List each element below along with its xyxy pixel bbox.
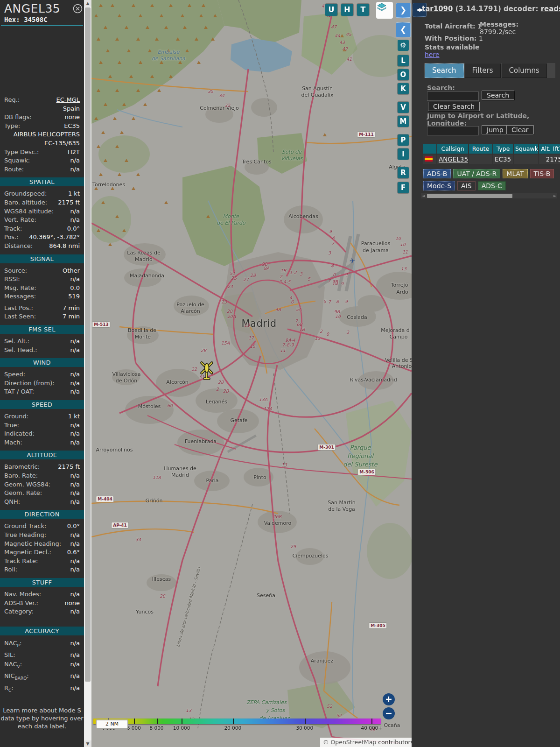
road-shield: M-305 [369,622,387,629]
exit-number-label: 5 [323,299,326,304]
map-button-m[interactable]: M [398,116,409,127]
exit-number-label: 2 [216,387,219,392]
column-header-Callsign[interactable]: Callsign [437,144,468,154]
jump-input[interactable] [427,126,479,135]
exit-number-label: 17A [264,406,273,411]
map-button-u[interactable]: U [325,4,337,16]
exit-number-label: 24 [227,284,233,289]
search-button[interactable]: Search [482,91,514,100]
tab-search[interactable]: Search [425,63,464,78]
map-label: Coslada [347,314,367,320]
clear-search-button[interactable]: Clear Search [428,102,480,111]
exit-number-label: 15A [221,340,230,345]
badge-tis-b[interactable]: TIS-B [530,169,554,178]
map-button-i[interactable]: I [398,148,409,160]
column-header-Route[interactable]: Route [469,144,492,154]
scroll-right-icon[interactable]: ► [553,193,557,198]
data-row: RC:n/a [0,684,84,695]
layers-icon [376,2,387,13]
registration-link[interactable]: EC-MGL [56,96,80,105]
zoom-out-button[interactable]: − [383,707,395,719]
badge-mlat[interactable]: MLAT [503,169,527,178]
map-label: Monte [223,213,239,219]
map-button-t[interactable]: T [357,4,369,16]
map-label: Arroyomolinos [96,447,133,453]
map[interactable]: ✈ Embalsede SantillanaSan Agustíndel Gua… [91,0,412,747]
tab-columns[interactable]: Columns [502,63,547,78]
map-label: Leganés [206,399,227,405]
table-horizontal-scrollbar[interactable]: ◄ ► [421,193,557,198]
exit-number-label: 26B [273,514,282,519]
settings-gear-button[interactable]: ⚙ [398,40,409,51]
exit-number-label: 9 [329,229,332,234]
map-label: de Jarama [363,247,389,254]
column-header-flag[interactable] [423,144,436,154]
stats-here-link[interactable]: here [425,51,440,58]
zoom-in-button[interactable]: + [383,693,395,705]
exit-number-label: 10 [400,242,406,247]
road-shield: M-111 [357,131,375,138]
section-header: ALTITUDE [0,451,84,459]
map-button-f[interactable]: F [398,182,409,193]
exit-number-label: 9A [264,266,270,271]
table-row[interactable]: ANGEL35EC352175 [423,155,560,164]
map-button-v[interactable]: V [398,102,409,113]
exit-number-label: 52 [336,713,342,718]
exit-number-label: 8 [336,299,339,304]
map-button-h[interactable]: H [341,4,353,16]
map-label: Ciempozuelos [293,553,329,559]
tab-filters[interactable]: Filters [465,63,501,78]
exit-number-label: 13 [186,708,191,713]
badge-mode-s[interactable]: Mode-S [423,181,455,190]
info-row: Route:n/a [0,165,84,174]
map-label: de El Pardo [217,220,245,226]
jump-clear-button[interactable]: Clear [506,125,534,134]
map-label: Fuenlabrada [185,438,217,444]
column-header-Alt. (ft)[interactable]: Alt. (ft) [539,144,560,154]
collapse-left-button[interactable]: ❮ [396,22,411,37]
layers-button[interactable] [376,2,393,19]
exit-number-label: 45 [346,32,351,37]
map-button-l[interactable]: L [398,55,409,66]
info-row: Squawk:n/a [0,156,84,165]
sidebar-scrollbar[interactable]: ▲ ▼ [84,0,91,747]
map-button-r[interactable]: R [398,167,409,178]
map-button-p[interactable]: P [398,134,409,146]
badge-uat-ads-r[interactable]: UAT / ADS-R [453,169,500,178]
column-header-Type[interactable]: Type [493,144,513,154]
readsb-link[interactable]: readsb [541,5,560,13]
road-shield: AP-41 [111,522,129,529]
exit-number-label: 29 [290,544,296,549]
scroll-down-icon[interactable]: ▼ [84,740,91,747]
exit-number-label: 7B [332,279,338,284]
search-input[interactable] [427,92,479,101]
aircraft-list-panel: ◀▶ tar1090 (3.14.1791) decoder: readsb T… [412,0,560,747]
badge-ads-c[interactable]: ADS-C [478,181,506,190]
callsign-link[interactable]: ANGEL35 [439,155,468,163]
scroll-up-icon[interactable]: ▲ [84,0,91,7]
map-label: Pinto [253,474,266,480]
map-label: Mejorada d [381,327,410,333]
scroll-left-icon[interactable]: ◄ [421,193,426,198]
hscroll-thumb[interactable] [427,194,512,198]
column-header-Squawk[interactable]: Squawk [514,144,538,154]
scrollbar-thumb[interactable] [85,7,91,682]
data-row: True Heading:n/a [0,531,84,540]
data-row: Category:n/a [0,607,84,616]
jump-button[interactable]: Jump [482,125,509,134]
aircraft-data-stack: Reg.:EC-MGLSpainDB flags:noneType:EC35AI… [0,96,84,730]
close-icon[interactable] [73,4,83,14]
badge-ads-b[interactable]: ADS-B [423,169,451,178]
osm-link[interactable]: © OpenStreetMap [323,739,376,746]
road-shield: M-513 [92,321,110,328]
exit-number-label: 13 [401,266,406,271]
map-button-o[interactable]: O [398,69,409,80]
map-label: Pozuelo de [176,302,204,308]
map-button-k[interactable]: K [398,83,409,94]
altitude-legend [93,719,381,724]
expand-right-button[interactable]: ❯ [396,3,411,18]
map-label: Parque [350,444,371,451]
tar1090-link[interactable]: tar1090 [422,5,453,13]
badge-ais[interactable]: AIS [457,181,476,190]
hex-code: Hex: 34508C [4,16,48,23]
